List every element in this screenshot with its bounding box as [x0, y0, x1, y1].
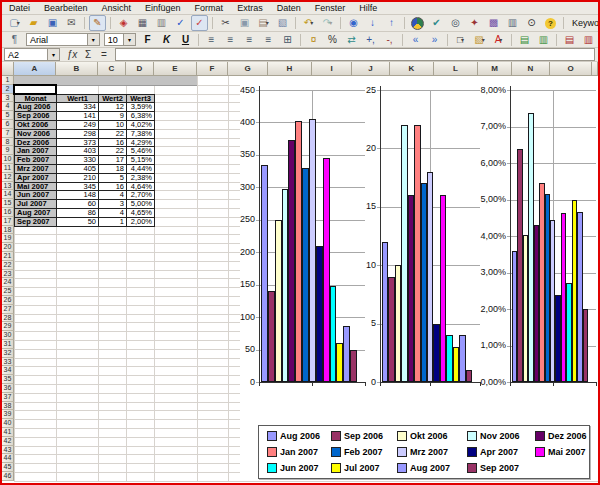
- row-header-20[interactable]: 20: [2, 243, 14, 252]
- check-icon[interactable]: ✔: [428, 15, 445, 31]
- page-preview-icon[interactable]: ▥: [153, 15, 170, 31]
- chevron-down-icon[interactable]: ▾: [47, 49, 59, 60]
- chart-legend[interactable]: Aug 2006Sep 2006Okt 2006Nov 2006Dez 2006…: [258, 425, 590, 479]
- menu-item-hilfe[interactable]: Hilfe: [352, 3, 384, 13]
- row-header-32[interactable]: 32: [2, 349, 14, 358]
- menu-item-fenster[interactable]: Fenster: [308, 3, 353, 13]
- sort-descending-icon[interactable]: ↑: [383, 15, 400, 31]
- row-header-36[interactable]: 36: [2, 384, 14, 393]
- row-header-38[interactable]: 38: [2, 402, 14, 411]
- row-header-18[interactable]: 18: [2, 226, 14, 235]
- table-month-cell[interactable]: Nov 2006: [15, 130, 57, 139]
- italic-icon[interactable]: K: [158, 32, 175, 48]
- row-header-19[interactable]: 19: [2, 234, 14, 243]
- column-header-i[interactable]: I: [312, 62, 352, 76]
- row-header-30[interactable]: 30: [2, 331, 14, 340]
- row-header-33[interactable]: 33: [2, 358, 14, 367]
- row-header-12[interactable]: 12: [2, 173, 14, 182]
- table-wert1-cell[interactable]: 210: [57, 174, 99, 183]
- table-wert3-cell[interactable]: 2,70%: [127, 191, 155, 200]
- row-header-24[interactable]: 24: [2, 278, 14, 287]
- borders-icon[interactable]: □▾: [452, 32, 469, 48]
- new-document-icon[interactable]: ▢▾: [6, 15, 23, 31]
- print-icon[interactable]: ▦: [134, 15, 151, 31]
- table-wert2-cell[interactable]: 16: [99, 139, 127, 148]
- column-header-o[interactable]: O: [550, 62, 592, 76]
- column-header-f[interactable]: F: [197, 62, 228, 76]
- gallery-icon[interactable]: ▩: [485, 15, 502, 31]
- column-header-l[interactable]: L: [434, 62, 478, 76]
- custom-macro-button-0[interactable]: KeywordsSortieren: [567, 17, 600, 29]
- equals-icon[interactable]: =: [96, 49, 112, 60]
- add-decimal-icon[interactable]: +,: [362, 32, 379, 48]
- sheet-corner[interactable]: [2, 62, 14, 76]
- delete-row-icon[interactable]: ▤: [561, 32, 578, 48]
- table-month-cell[interactable]: Feb 2007: [15, 156, 57, 165]
- table-wert1-cell[interactable]: 373: [57, 139, 99, 148]
- table-wert3-cell[interactable]: 7,38%: [127, 130, 155, 139]
- row-header-26[interactable]: 26: [2, 296, 14, 305]
- zoom-icon[interactable]: ⊙: [523, 15, 540, 31]
- menu-item-format[interactable]: Format: [188, 3, 231, 13]
- column-header-h[interactable]: H: [268, 62, 312, 76]
- row-header-43[interactable]: 43: [2, 446, 14, 455]
- cell-cursor[interactable]: [13, 84, 57, 95]
- help-icon[interactable]: ?: [542, 15, 559, 31]
- chevron-down-icon[interactable]: ▾: [87, 34, 99, 45]
- table-month-cell[interactable]: Sep 2007: [15, 218, 57, 227]
- table-wert1-cell[interactable]: 50: [57, 218, 99, 227]
- column-header-m[interactable]: M: [478, 62, 512, 76]
- row-header-15[interactable]: 15: [2, 199, 14, 208]
- menu-item-datei[interactable]: Datei: [2, 3, 37, 13]
- table-wert1-cell[interactable]: 141: [57, 112, 99, 121]
- styles-icon[interactable]: ¶: [6, 32, 23, 48]
- cut-icon[interactable]: ✂: [217, 15, 234, 31]
- table-wert3-cell[interactable]: 6,38%: [127, 112, 155, 121]
- background-color-icon[interactable]: ▧▾: [471, 32, 488, 48]
- row-header-41[interactable]: 41: [2, 428, 14, 437]
- sort-ascending-icon[interactable]: ↓: [364, 15, 381, 31]
- table-wert2-cell[interactable]: 16: [99, 183, 127, 192]
- row-header-40[interactable]: 40: [2, 419, 14, 428]
- copy-icon[interactable]: ▣: [236, 15, 253, 31]
- table-wert1-cell[interactable]: 86: [57, 209, 99, 218]
- table-wert3-cell[interactable]: 3,59%: [127, 103, 155, 112]
- edit-mode-icon[interactable]: ✎: [89, 15, 106, 31]
- row-header-46[interactable]: 46: [2, 472, 14, 481]
- delete-decimal-icon[interactable]: -,: [381, 32, 398, 48]
- column-header-c[interactable]: C: [98, 62, 126, 76]
- menu-item-ansicht[interactable]: Ansicht: [95, 3, 139, 13]
- table-wert2-cell[interactable]: 3: [99, 200, 127, 209]
- table-wert2-cell[interactable]: 22: [99, 130, 127, 139]
- column-header-b[interactable]: B: [56, 62, 98, 76]
- row-header-8[interactable]: 8: [2, 138, 14, 147]
- spellcheck-icon[interactable]: ✓: [172, 15, 189, 31]
- row-header-29[interactable]: 29: [2, 322, 14, 331]
- table-wert2-cell[interactable]: 4: [99, 191, 127, 200]
- row-header-14[interactable]: 14: [2, 190, 14, 199]
- increase-indent-icon[interactable]: »: [426, 32, 443, 48]
- open-folder-icon[interactable]: ▰: [25, 15, 42, 31]
- table-wert2-cell[interactable]: 22: [99, 147, 127, 156]
- row-header-6[interactable]: 6: [2, 120, 14, 129]
- table-wert3-cell[interactable]: 2,38%: [127, 174, 155, 183]
- table-wert3-cell[interactable]: 5,15%: [127, 156, 155, 165]
- row-header-5[interactable]: 5: [2, 111, 14, 120]
- table-month-cell[interactable]: Mrz 2007: [15, 165, 57, 174]
- auto-spellcheck-icon[interactable]: ✓: [191, 15, 208, 31]
- table-wert3-cell[interactable]: 4,64%: [127, 183, 155, 192]
- format-paintbrush-icon[interactable]: ▧: [274, 15, 291, 31]
- table-wert3-cell[interactable]: 4,44%: [127, 165, 155, 174]
- column-header-e[interactable]: E: [154, 62, 197, 76]
- row-header-34[interactable]: 34: [2, 366, 14, 375]
- name-box[interactable]: A2 ▾: [4, 48, 60, 61]
- table-month-cell[interactable]: Okt 2006: [15, 121, 57, 130]
- row-header-13[interactable]: 13: [2, 182, 14, 191]
- row-header-23[interactable]: 23: [2, 270, 14, 279]
- table-wert1-cell[interactable]: 249: [57, 121, 99, 130]
- table-wert1-cell[interactable]: 345: [57, 183, 99, 192]
- insert-row-icon[interactable]: ▤: [516, 32, 533, 48]
- font-color-icon[interactable]: A▾: [490, 32, 507, 48]
- align-left-icon[interactable]: ≡: [203, 32, 220, 48]
- function-wizard-icon[interactable]: ƒx: [64, 49, 80, 60]
